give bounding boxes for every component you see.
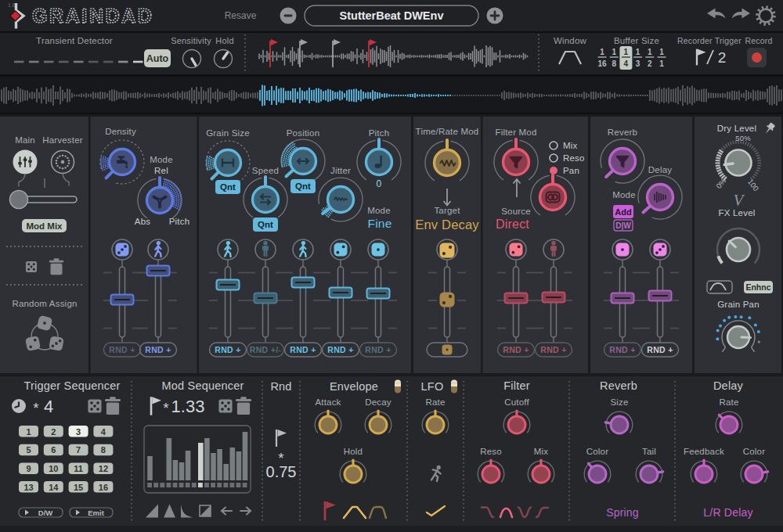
svg-text:V: V [734, 191, 745, 210]
svg-text:4: 4 [624, 59, 629, 68]
svg-text:Cutoff: Cutoff [504, 397, 529, 407]
svg-text:Recorder Trigger: Recorder Trigger [677, 36, 742, 45]
svg-text:RND +: RND + [145, 345, 171, 354]
svg-text:Trigger Sequencer: Trigger Sequencer [24, 379, 121, 392]
svg-text:0.75: 0.75 [266, 463, 297, 480]
svg-text:Delay: Delay [648, 165, 672, 174]
svg-text:1: 1 [624, 48, 629, 56]
svg-text:Time/Rate Mod: Time/Rate Mod [416, 127, 479, 136]
svg-text:50%: 50% [735, 134, 751, 142]
svg-text:D|W: D|W [615, 221, 631, 230]
svg-text:Target: Target [434, 206, 460, 215]
svg-text:Decay: Decay [365, 397, 392, 407]
svg-text:RND +: RND + [503, 345, 529, 354]
svg-text:Mode: Mode [150, 155, 173, 164]
svg-text:Color: Color [743, 447, 765, 456]
svg-text:1: 1 [659, 48, 664, 56]
svg-text:1: 1 [600, 48, 604, 56]
svg-text:RND +: RND + [609, 345, 635, 354]
svg-text:Size: Size [610, 397, 628, 407]
svg-text:1.6: 1.6 [8, 2, 16, 8]
svg-text:L/R Delay: L/R Delay [703, 506, 752, 519]
svg-text:3: 3 [76, 427, 81, 437]
svg-text:Color: Color [586, 447, 608, 456]
svg-text:Enhnc: Enhnc [745, 282, 770, 292]
svg-text:Qnt: Qnt [295, 182, 311, 191]
svg-text:Pitch: Pitch [169, 217, 190, 226]
svg-text:1: 1 [648, 48, 652, 56]
svg-text:Reverb: Reverb [608, 128, 637, 137]
svg-text:Qnt: Qnt [220, 182, 236, 192]
svg-text:Feedback: Feedback [684, 447, 724, 456]
svg-text:Density: Density [105, 127, 136, 136]
svg-text:16: 16 [597, 59, 607, 68]
svg-text:Direct: Direct [496, 217, 529, 231]
svg-text:Rel: Rel [154, 166, 168, 175]
svg-text:Random Assign: Random Assign [12, 299, 77, 308]
svg-text:16: 16 [99, 483, 108, 492]
svg-text:1.33: 1.33 [171, 397, 205, 416]
svg-text:RND +: RND + [540, 345, 566, 354]
svg-text:Auto: Auto [146, 53, 169, 64]
svg-text:Mode: Mode [612, 190, 636, 200]
svg-text:GRAINDAD: GRAINDAD [32, 5, 154, 27]
svg-text:10: 10 [49, 464, 58, 473]
svg-text:8: 8 [101, 445, 106, 455]
svg-text:Hold: Hold [344, 447, 363, 456]
svg-text:6: 6 [51, 445, 56, 455]
svg-text:Reso: Reso [480, 447, 502, 456]
svg-text:Attack: Attack [315, 397, 341, 407]
svg-text:Source: Source [501, 207, 531, 216]
svg-text:LFO: LFO [421, 380, 444, 393]
svg-text:13: 13 [23, 483, 33, 492]
svg-text:Jitter: Jitter [330, 166, 351, 175]
svg-text:*: * [163, 400, 169, 416]
svg-text:0: 0 [377, 178, 382, 189]
svg-text:Grain Pan: Grain Pan [717, 300, 760, 309]
svg-text:FX Level: FX Level [719, 208, 756, 217]
svg-text:1: 1 [659, 59, 664, 68]
svg-text:Rnd: Rnd [270, 380, 291, 393]
svg-text:1: 1 [612, 48, 616, 56]
svg-text:1: 1 [636, 48, 640, 56]
svg-text:Mode: Mode [367, 206, 391, 215]
svg-text:Rate: Rate [425, 397, 445, 407]
svg-text:RND +: RND + [647, 345, 673, 354]
svg-text:8: 8 [612, 59, 616, 68]
svg-text:Mix: Mix [563, 141, 578, 150]
svg-text:Position: Position [287, 128, 320, 138]
svg-text:11: 11 [74, 464, 83, 473]
svg-text:Mod Sequencer: Mod Sequencer [162, 379, 244, 392]
svg-text:Pitch: Pitch [369, 128, 390, 138]
svg-text:Mod Mix: Mod Mix [27, 221, 63, 231]
svg-text:15: 15 [74, 483, 83, 492]
svg-text:Mix: Mix [534, 447, 549, 456]
svg-text:Fine: Fine [368, 217, 392, 230]
svg-text:Qnt: Qnt [258, 220, 273, 229]
svg-text:Emit: Emit [88, 509, 104, 517]
svg-text:RND +/-: RND +/- [250, 345, 282, 354]
svg-text:Pan: Pan [563, 166, 579, 175]
svg-text:4: 4 [44, 397, 53, 416]
svg-text:4: 4 [101, 427, 106, 437]
svg-text:5: 5 [26, 445, 31, 455]
svg-text:14: 14 [49, 483, 59, 492]
svg-text:D/W: D/W [38, 509, 53, 517]
svg-text:Harvester: Harvester [42, 135, 83, 145]
svg-text:2: 2 [648, 59, 652, 68]
svg-text:2: 2 [718, 49, 727, 66]
svg-text:RND +: RND + [365, 345, 391, 354]
svg-text:1: 1 [26, 427, 31, 437]
svg-text:Speed: Speed [252, 166, 279, 175]
svg-text:*: * [33, 400, 39, 416]
svg-text:Reverb: Reverb [600, 379, 637, 392]
svg-text:2: 2 [51, 427, 56, 437]
svg-text:Grain Size: Grain Size [206, 128, 250, 138]
svg-text:12: 12 [99, 464, 108, 473]
svg-text:7: 7 [76, 445, 81, 455]
svg-text:Filter: Filter [503, 379, 529, 392]
svg-text:Reso: Reso [563, 153, 585, 163]
svg-text:StutterBeat DWEnv: StutterBeat DWEnv [340, 9, 444, 22]
svg-text:Sensitivity: Sensitivity [171, 36, 211, 45]
svg-text:RND +: RND + [215, 345, 240, 354]
